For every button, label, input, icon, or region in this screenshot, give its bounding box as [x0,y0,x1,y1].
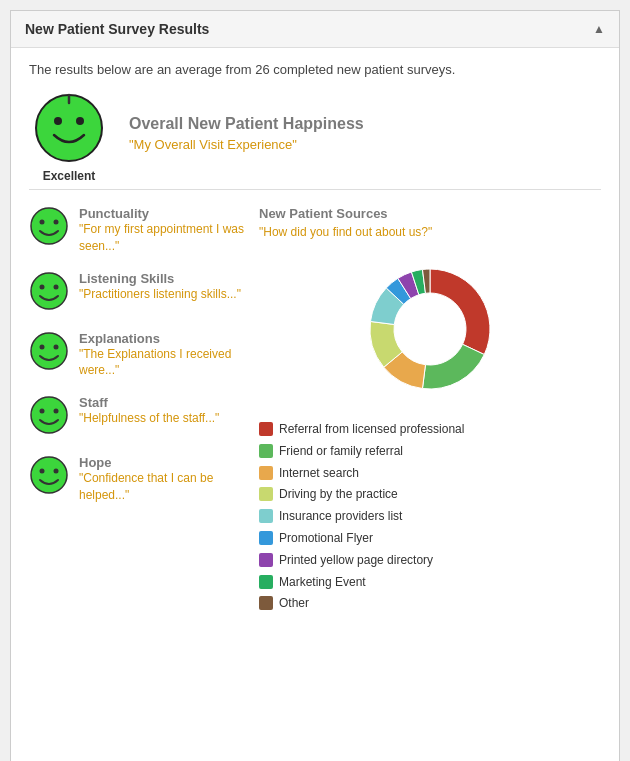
legend-color [259,466,273,480]
metric-title-hope: Hope [79,455,249,470]
smiley-punctuality [29,206,69,250]
legend-item: Referral from licensed professional [259,421,601,438]
svg-point-10 [31,333,67,369]
metric-quote-staff: "Helpfulness of the staff..." [79,410,249,427]
legend-label: Promotional Flyer [279,530,373,547]
legend-label: Insurance providers list [279,508,402,525]
sources-subtitle: "How did you find out about us?" [259,225,601,239]
legend-label: Internet search [279,465,359,482]
overall-rating: Excellent [29,169,109,183]
svg-point-16 [31,457,67,493]
legend-label: Driving by the practice [279,486,398,503]
legend-label: Referral from licensed professional [279,421,464,438]
legend-item: Driving by the practice [259,486,601,503]
svg-point-15 [54,409,59,414]
metric-text-staff: Staff "Helpfulness of the staff..." [79,395,249,427]
svg-point-0 [36,95,102,161]
metric-quote-explanations: "The Explanations I received were..." [79,346,249,380]
legend-color [259,509,273,523]
summary-text: The results below are an average from 26… [29,62,601,77]
svg-point-11 [40,344,45,349]
smiley-hope [29,455,69,499]
legend-color [259,553,273,567]
svg-point-12 [54,344,59,349]
legend-item: Promotional Flyer [259,530,601,547]
metrics-list: Punctuality "For my first appointment I … [29,206,249,617]
metric-text-punctuality: Punctuality "For my first appointment I … [79,206,249,255]
overall-subtitle: "My Overall Visit Experience" [129,137,601,152]
svg-point-8 [40,284,45,289]
overall-section: Excellent Overall New Patient Happiness … [29,93,601,190]
metric-title-listening: Listening Skills [79,271,249,286]
metric-item-staff: Staff "Helpfulness of the staff..." [29,395,249,439]
legend-item: Internet search [259,465,601,482]
legend-color [259,596,273,610]
metric-quote-listening: "Practitioners listening skills..." [79,286,249,303]
legend-label: Friend or family referral [279,443,403,460]
sources-title: New Patient Sources [259,206,601,221]
svg-point-1 [54,117,62,125]
legend-color [259,444,273,458]
svg-point-18 [54,469,59,474]
legend-item: Other [259,595,601,612]
legend-list: Referral from licensed professional Frie… [259,421,601,612]
panel-title: New Patient Survey Results [25,21,209,37]
svg-point-2 [76,117,84,125]
legend-item: Friend or family referral [259,443,601,460]
metric-text-explanations: Explanations "The Explanations I receive… [79,331,249,380]
metrics-chart-row: Punctuality "For my first appointment I … [29,206,601,617]
legend-label: Printed yellow page directory [279,552,433,569]
metric-item-punctuality: Punctuality "For my first appointment I … [29,206,249,255]
svg-point-9 [54,284,59,289]
svg-point-14 [40,409,45,414]
legend-color [259,575,273,589]
metric-text-listening: Listening Skills "Practitioners listenin… [79,271,249,303]
donut-chart [259,249,601,409]
svg-point-4 [31,208,67,244]
survey-panel: New Patient Survey Results ▲ The results… [10,10,620,761]
svg-point-6 [54,220,59,225]
metric-item-explanations: Explanations "The Explanations I receive… [29,331,249,380]
svg-point-7 [31,273,67,309]
overall-description: Overall New Patient Happiness "My Overal… [129,115,601,152]
metric-item-hope: Hope "Confidence that I can be helped...… [29,455,249,504]
metric-title-punctuality: Punctuality [79,206,249,221]
svg-point-17 [40,469,45,474]
collapse-button[interactable]: ▲ [593,22,605,36]
legend-item: Printed yellow page directory [259,552,601,569]
legend-color [259,422,273,436]
smiley-explanations [29,331,69,375]
legend-label: Other [279,595,309,612]
panel-header: New Patient Survey Results ▲ [11,11,619,48]
svg-point-13 [31,397,67,433]
metric-quote-hope: "Confidence that I can be helped..." [79,470,249,504]
svg-point-5 [40,220,45,225]
smiley-listening [29,271,69,315]
metric-text-hope: Hope "Confidence that I can be helped...… [79,455,249,504]
metric-title-staff: Staff [79,395,249,410]
overall-smiley: Excellent [29,93,109,173]
metric-item-listening: Listening Skills "Practitioners listenin… [29,271,249,315]
sources-section: New Patient Sources "How did you find ou… [259,206,601,617]
legend-color [259,531,273,545]
panel-body: The results below are an average from 26… [11,48,619,637]
metric-title-explanations: Explanations [79,331,249,346]
legend-label: Marketing Event [279,574,366,591]
metric-quote-punctuality: "For my first appointment I was seen..." [79,221,249,255]
legend-item: Marketing Event [259,574,601,591]
legend-item: Insurance providers list [259,508,601,525]
legend-color [259,487,273,501]
overall-title: Overall New Patient Happiness [129,115,601,133]
smiley-staff [29,395,69,439]
